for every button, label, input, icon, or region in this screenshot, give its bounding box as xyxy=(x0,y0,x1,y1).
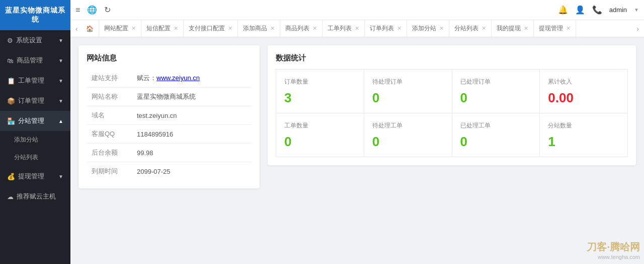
tab-sms-config[interactable]: 短信配置 ✕ xyxy=(141,20,184,37)
content-area: 网站信息 建站支持赋云：www.zeiyun.cn网站名称蓝星实物微商城系统域名… xyxy=(70,37,644,264)
stat-label: 待处理订单 xyxy=(372,78,444,86)
stats-grid: 订单数量3待处理订单0已处理订单0累计收入0.00工单数量0待处理工单0已处理工… xyxy=(276,69,628,157)
stat-cell: 待处理工单0 xyxy=(364,113,452,157)
info-row: 到期时间2099-07-25 xyxy=(87,162,252,181)
chevron-down-icon: ▼ xyxy=(58,98,63,104)
bell-icon[interactable]: 🔔 xyxy=(558,5,568,15)
tab-goods-list[interactable]: 商品列表 ✕ xyxy=(280,20,323,37)
tab-close-icon[interactable]: ✕ xyxy=(481,25,486,32)
work-icon: 📋 xyxy=(7,77,15,85)
stat-label: 订单数量 xyxy=(284,78,356,86)
info-label: 到期时间 xyxy=(87,162,132,181)
sidebar-sub-item-add-subsite[interactable]: 添加分站 xyxy=(0,131,70,149)
topbar: ≡ 🌐 ↻ 🔔 👤 📞 admin ▼ xyxy=(70,0,644,20)
sidebar-logo: 蓝星实物微商城系统 xyxy=(0,0,70,30)
tab-close-icon[interactable]: ✕ xyxy=(397,25,401,32)
sidebar-item-order-mgmt[interactable]: 📦 订单管理 ▼ xyxy=(0,91,70,111)
sidebar-item-label: 商品管理 xyxy=(17,56,43,65)
tab-close-icon[interactable]: ✕ xyxy=(524,25,528,32)
info-label: 网站名称 xyxy=(87,88,132,106)
stat-label: 分站数量 xyxy=(548,121,619,130)
tab-subsite-list[interactable]: 分站列表 ✕ xyxy=(449,20,492,37)
sidebar-sub-label: 分站列表 xyxy=(14,153,38,162)
user-icon[interactable]: 👤 xyxy=(575,5,585,15)
tab-label: 我的提现 xyxy=(497,24,521,33)
menu-icon[interactable]: ≡ xyxy=(75,6,80,15)
tab-close-icon[interactable]: ✕ xyxy=(355,25,359,32)
sidebar-sub-label: 添加分站 xyxy=(14,136,38,144)
tab-label: 添加商品 xyxy=(243,24,267,33)
stat-value: 1 xyxy=(548,134,619,150)
tab-pay-config[interactable]: 支付接口配置 ✕ xyxy=(184,20,238,37)
tab-close-icon[interactable]: ✕ xyxy=(312,25,317,32)
info-value: 1184895916 xyxy=(132,125,252,144)
stat-cell: 已处理工单0 xyxy=(452,113,540,157)
stat-value: 0.00 xyxy=(548,90,619,106)
info-row: 域名test.zeiyun.cn xyxy=(87,106,252,125)
info-row: 客服QQ1184895916 xyxy=(87,125,252,144)
tab-add-goods[interactable]: 添加商品 ✕ xyxy=(238,20,280,37)
phone-icon[interactable]: 📞 xyxy=(592,5,602,15)
tab-site-config[interactable]: 网站配置 ✕ xyxy=(99,20,141,37)
sidebar-item-goods-mgmt[interactable]: 🛍 商品管理 ▼ xyxy=(0,50,70,71)
tab-work-list[interactable]: 工单列表 ✕ xyxy=(323,20,365,37)
stat-label: 待处理工单 xyxy=(372,121,444,130)
info-value: 2099-07-25 xyxy=(132,162,252,181)
home-icon: 🏠 xyxy=(86,25,94,32)
stat-cell: 订单数量3 xyxy=(276,70,364,113)
chevron-down-icon: ▼ xyxy=(58,38,63,43)
stat-cell: 工单数量0 xyxy=(276,113,364,157)
globe-icon[interactable]: 🌐 xyxy=(87,5,97,15)
subsite-icon: 🏪 xyxy=(7,117,15,125)
topbar-right: 🔔 👤 📞 admin ▼ xyxy=(558,5,639,15)
tab-nav-right[interactable]: › xyxy=(633,25,642,33)
sidebar-item-label: 系统设置 xyxy=(16,36,42,45)
info-row: 后台余额99.98 xyxy=(87,144,252,162)
tab-label: 工单列表 xyxy=(328,24,352,33)
tabs-container: 🏠 网站配置 ✕ 短信配置 ✕ 支付接口配置 ✕ 添加商品 ✕ 商品列表 ✕ xyxy=(81,20,634,37)
tab-order-list[interactable]: 订单列表 ✕ xyxy=(365,20,407,37)
refresh-icon[interactable]: ↻ xyxy=(104,5,111,15)
stat-value: 0 xyxy=(372,90,444,106)
sidebar-sub-item-subsite-list[interactable]: 分站列表 xyxy=(0,149,70,166)
tab-withdraw-mgmt[interactable]: 提现管理 ✕ xyxy=(534,20,576,37)
stats-card: 数据统计 订单数量3待处理订单0已处理订单0累计收入0.00工单数量0待处理工单… xyxy=(268,45,636,165)
tab-close-icon[interactable]: ✕ xyxy=(566,25,571,32)
stat-value: 0 xyxy=(372,134,444,150)
chevron-down-icon: ▼ xyxy=(58,58,63,63)
sidebar-item-withdraw-mgmt[interactable]: 💰 提现管理 ▼ xyxy=(0,166,70,186)
info-value: 99.98 xyxy=(132,144,252,162)
tab-add-subsite[interactable]: 添加分站 ✕ xyxy=(407,20,449,37)
sidebar-item-recommend[interactable]: ☁ 推荐赋云主机 xyxy=(0,186,70,207)
sidebar-item-label: 分站管理 xyxy=(18,116,44,125)
tab-close-icon[interactable]: ✕ xyxy=(131,25,136,32)
stat-cell: 待处理订单0 xyxy=(364,70,452,113)
tab-close-icon[interactable]: ✕ xyxy=(270,25,275,32)
tab-close-icon[interactable]: ✕ xyxy=(174,25,178,32)
user-dropdown-arrow[interactable]: ▼ xyxy=(634,7,639,13)
tab-my-withdraw[interactable]: 我的提现 ✕ xyxy=(492,20,534,37)
tab-nav-left[interactable]: ‹ xyxy=(72,25,81,33)
tab-home[interactable]: 🏠 xyxy=(81,20,99,37)
sidebar-item-work-mgmt[interactable]: 📋 工单管理 ▼ xyxy=(0,71,70,91)
site-link[interactable]: www.zeiyun.cn xyxy=(156,74,200,82)
tabbar: ‹ 🏠 网站配置 ✕ 短信配置 ✕ 支付接口配置 ✕ 添加商品 ✕ 商品列 xyxy=(70,20,644,37)
site-info-title: 网站信息 xyxy=(87,53,252,63)
withdraw-icon: 💰 xyxy=(7,173,15,180)
sidebar-item-subsite-mgmt[interactable]: 🏪 分站管理 ▲ xyxy=(0,111,70,131)
goods-icon: 🛍 xyxy=(7,57,14,64)
info-label: 后台余额 xyxy=(87,144,132,162)
stat-value: 0 xyxy=(460,90,532,106)
info-label: 域名 xyxy=(87,106,132,125)
tab-close-icon[interactable]: ✕ xyxy=(439,25,444,32)
info-value: 蓝星实物微商城系统 xyxy=(132,88,252,106)
order-icon: 📦 xyxy=(7,97,15,105)
info-row: 建站支持赋云：www.zeiyun.cn xyxy=(87,69,252,88)
stat-cell: 累计收入0.00 xyxy=(540,70,627,113)
info-value: 赋云：www.zeiyun.cn xyxy=(132,69,252,88)
stat-label: 累计收入 xyxy=(548,78,619,86)
tab-label: 支付接口配置 xyxy=(189,24,225,33)
sidebar-item-sys-settings[interactable]: ⚙ 系统设置 ▼ xyxy=(0,30,70,50)
tab-close-icon[interactable]: ✕ xyxy=(228,25,232,32)
topbar-left: ≡ 🌐 ↻ xyxy=(75,5,111,15)
